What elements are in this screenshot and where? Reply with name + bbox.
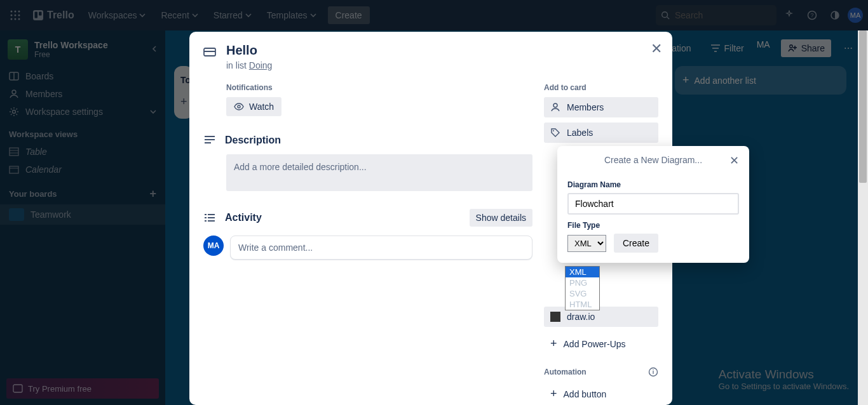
- side-labels-button[interactable]: Labels: [544, 123, 658, 143]
- svg-text:i: i: [653, 369, 654, 375]
- diagram-name-input[interactable]: [567, 193, 739, 215]
- comment-avatar: MA: [203, 236, 224, 256]
- filetype-option-svg[interactable]: SVG: [566, 288, 599, 299]
- filetype-option-html[interactable]: HTML: [566, 299, 599, 310]
- description-header: Description: [225, 135, 281, 146]
- filetype-label: File Type: [567, 221, 739, 230]
- filetype-option-png[interactable]: PNG: [566, 277, 599, 288]
- svg-rect-30: [204, 48, 215, 56]
- card-main-column: Notifications Watch Description Add a mo…: [203, 83, 532, 405]
- close-dialog-icon[interactable]: ✕: [651, 41, 662, 57]
- add-powerups-label: Add Power-Ups: [564, 339, 626, 349]
- description-input[interactable]: Add a more detailed description...: [226, 154, 532, 191]
- labels-icon: [550, 128, 560, 138]
- members-icon: [550, 102, 560, 112]
- drawio-button[interactable]: draw.io: [544, 307, 658, 327]
- show-details-button[interactable]: Show details: [470, 209, 532, 227]
- notifications-header: Notifications: [226, 83, 532, 92]
- diagram-name-label: Diagram Name: [567, 180, 739, 189]
- svg-point-42: [553, 103, 557, 107]
- create-diagram-popover: Create a New Diagram... ✕ Diagram Name F…: [557, 146, 749, 263]
- eye-icon: [234, 102, 244, 112]
- filetype-option-xml[interactable]: XML: [566, 267, 599, 277]
- svg-point-43: [553, 130, 554, 131]
- add-powerups-button[interactable]: + Add Power-Ups: [544, 332, 658, 355]
- add-to-card-header: Add to card: [544, 83, 658, 92]
- add-automation-button[interactable]: + Add button: [544, 382, 658, 405]
- watch-label: Watch: [249, 102, 274, 112]
- list-link[interactable]: Doing: [249, 60, 273, 70]
- svg-point-32: [238, 105, 240, 108]
- comment-input[interactable]: Write a comment...: [230, 236, 532, 260]
- automation-header: Automation: [544, 368, 587, 376]
- create-diagram-button[interactable]: Create: [614, 234, 658, 253]
- card-list-info: in list Doing: [226, 60, 658, 70]
- activity-header: Activity: [225, 212, 262, 223]
- activity-icon: [203, 211, 216, 224]
- info-icon[interactable]: i: [648, 367, 658, 377]
- drawio-label: draw.io: [567, 312, 595, 322]
- side-label: Labels: [567, 128, 593, 138]
- page-scrollbar[interactable]: [858, 30, 868, 405]
- watch-button[interactable]: Watch: [226, 97, 281, 116]
- card-title[interactable]: Hello: [226, 43, 658, 58]
- filetype-select[interactable]: XML: [567, 235, 606, 252]
- drawio-icon: [550, 312, 560, 322]
- add-button-label: Add button: [564, 389, 607, 399]
- close-popover-icon[interactable]: ✕: [729, 154, 739, 168]
- description-icon: [203, 134, 216, 147]
- popover-title: Create a New Diagram...: [604, 155, 702, 165]
- side-label: Members: [567, 102, 604, 112]
- activity-section: Activity: [203, 211, 262, 224]
- side-members-button[interactable]: Members: [544, 97, 658, 117]
- card-icon: [203, 43, 217, 70]
- filetype-dropdown: XML PNG SVG HTML: [565, 266, 600, 310]
- description-section: Description: [203, 134, 532, 147]
- list-prefix: in list: [226, 60, 249, 70]
- scrollbar-thumb[interactable]: [859, 30, 867, 183]
